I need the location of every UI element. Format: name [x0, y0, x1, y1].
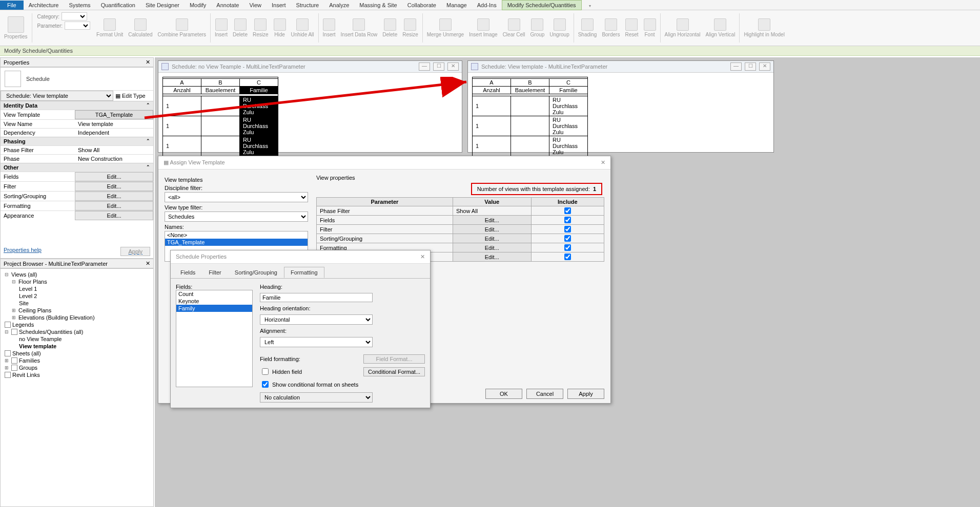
menu-annotate[interactable]: Annotate — [211, 1, 244, 10]
ribbon-combine-params[interactable]: Combine Parameters — [156, 11, 208, 45]
vt-node[interactable]: View template — [19, 343, 56, 349]
properties-close-icon[interactable]: ✕ — [146, 59, 150, 66]
browser-close-icon[interactable]: ✕ — [146, 260, 150, 267]
schedule-table-vt[interactable]: ABCAnzahlBauelementFamilie1RU Durchlass … — [472, 77, 588, 156]
families-node[interactable]: Families — [19, 357, 40, 364]
ribbon-insert-image[interactable]: Insert Image — [467, 11, 500, 45]
ribbon-align-vertical[interactable]: Align Vertical — [704, 11, 738, 45]
menu-collaborate[interactable]: Collaborate — [402, 1, 441, 10]
revit-links-node[interactable]: Revit Links — [12, 372, 40, 378]
field-count[interactable]: Count — [176, 290, 252, 298]
instance-selector[interactable]: Schedule: View template — [1, 91, 113, 101]
schedule-window-vt[interactable]: Schedule: View template - MultiLineTextP… — [467, 60, 774, 153]
cancel-button[interactable]: Cancel — [526, 389, 563, 399]
filter-edit-button[interactable]: Edit... — [75, 182, 153, 191]
group-other[interactable]: Other⌃ — [1, 163, 153, 172]
menu-architecture[interactable]: Architecture — [24, 1, 64, 10]
phase-filter-value[interactable]: Show All — [75, 146, 153, 154]
ribbon-delete-col[interactable]: Delete — [231, 11, 250, 45]
category-select[interactable] — [62, 12, 87, 20]
edit-type-button[interactable]: ▦Edit Type — [113, 93, 148, 99]
site-node[interactable]: Site — [19, 300, 29, 306]
views-node[interactable]: Views (all) — [11, 271, 37, 278]
ribbon-highlight-model[interactable]: Highlight in Model — [742, 11, 787, 45]
phase-value[interactable]: New Construction — [75, 155, 153, 163]
appearance-edit-button[interactable]: Edit... — [75, 211, 153, 220]
properties-help-link[interactable]: Properties help — [4, 247, 42, 256]
view-template-value[interactable]: TGA_Template — [75, 110, 153, 119]
ceiling-node[interactable]: Ceiling Plans — [18, 307, 51, 313]
heading-input[interactable] — [260, 293, 373, 302]
ribbon-calculated[interactable]: Calculated — [126, 11, 154, 45]
conditional-format-button[interactable]: Conditional Format... — [363, 367, 425, 376]
show-conditional-checkbox[interactable] — [262, 381, 269, 388]
tab-filter[interactable]: Filter — [202, 267, 228, 278]
ribbon-align-horizontal[interactable]: Align Horizontal — [663, 11, 703, 45]
close-button[interactable]: ✕ — [447, 62, 459, 71]
menu-insert[interactable]: Insert — [267, 1, 291, 10]
ribbon-insert-col[interactable]: Insert — [213, 11, 230, 45]
ribbon-properties-button[interactable]: Properties — [2, 11, 30, 45]
groups-node[interactable]: Groups — [19, 365, 37, 371]
level1-node[interactable]: Level 1 — [19, 286, 37, 292]
names-item-none[interactable]: <None> — [165, 231, 308, 239]
field-keynote[interactable]: Keynote — [176, 298, 252, 305]
sorting-edit-button[interactable]: Edit... — [75, 192, 153, 201]
alignment-select[interactable]: Left — [260, 337, 373, 347]
ribbon-merge[interactable]: Merge Unmerge — [425, 11, 466, 45]
field-family[interactable]: Family — [176, 305, 252, 312]
level2-node[interactable]: Level 2 — [19, 293, 37, 299]
menu-addins[interactable]: Add-Ins — [472, 1, 502, 10]
schedules-node[interactable]: Schedules/Quantities (all) — [19, 329, 83, 335]
minimize-button[interactable]: — — [419, 62, 430, 71]
tab-formatting[interactable]: Formatting — [284, 267, 324, 278]
menu-site-designer[interactable]: Site Designer — [140, 1, 185, 10]
apply-button[interactable]: Apply — [567, 389, 604, 399]
menu-modify-schedule[interactable]: Modify Schedule/Quantities — [502, 0, 582, 10]
schedule-window-novt[interactable]: Schedule: no View Teample - MultiLineTex… — [158, 60, 462, 153]
tab-fields[interactable]: Fields — [174, 267, 202, 278]
ribbon-insert-data-row[interactable]: Insert Data Row — [339, 11, 380, 45]
menu-overflow[interactable] — [582, 1, 596, 10]
ribbon-reset[interactable]: Reset — [623, 11, 640, 45]
menu-modify[interactable]: Modify — [185, 1, 211, 10]
menu-systems[interactable]: Systems — [64, 1, 95, 10]
menu-quantification[interactable]: Quantification — [96, 1, 140, 10]
orientation-select[interactable]: Horizontal — [260, 314, 373, 325]
group-phasing[interactable]: Phasing⌃ — [1, 137, 153, 145]
ribbon-insert-row[interactable]: Insert — [321, 11, 338, 45]
sheets-node[interactable]: Sheets (all) — [12, 350, 41, 356]
menu-file[interactable]: File — [0, 1, 24, 10]
maximize-button[interactable]: ☐ — [745, 62, 756, 71]
ribbon-format-unit[interactable]: Format Unit — [94, 11, 125, 45]
close-button[interactable]: ✕ — [759, 62, 770, 71]
menu-structure[interactable]: Structure — [291, 1, 324, 10]
menu-massing-site[interactable]: Massing & Site — [354, 1, 402, 10]
fields-edit-button[interactable]: Edit... — [75, 172, 153, 181]
ribbon-font[interactable]: Font — [642, 11, 658, 45]
names-item-tga[interactable]: TGA_Template — [165, 239, 308, 246]
view-type-filter-select[interactable]: Schedules — [165, 212, 308, 222]
ribbon-unhide-all[interactable]: Unhide All — [289, 11, 316, 45]
ribbon-borders[interactable]: Borders — [600, 11, 622, 45]
parameter-select[interactable] — [65, 22, 90, 30]
hidden-field-checkbox[interactable] — [262, 368, 269, 375]
ribbon-clear-cell[interactable]: Clear Cell — [501, 11, 527, 45]
ribbon-group[interactable]: Group — [528, 11, 547, 45]
schedule-table-novt[interactable]: ABCAnzahlBauelementFamilie1RU Durchlass … — [162, 77, 278, 156]
maximize-button[interactable]: ☐ — [433, 62, 444, 71]
tab-sorting[interactable]: Sorting/Grouping — [228, 267, 284, 278]
schedule-properties-dialog[interactable]: Schedule Properties ✕ Fields Filter Sort… — [170, 250, 431, 408]
formatting-edit-button[interactable]: Edit... — [75, 201, 153, 210]
apply-button[interactable]: Apply — [120, 247, 150, 256]
dialog-close-icon[interactable]: ✕ — [420, 253, 425, 260]
menu-view[interactable]: View — [244, 1, 267, 10]
ribbon-delete-row[interactable]: Delete — [380, 11, 399, 45]
minimize-button[interactable]: — — [730, 62, 742, 71]
group-identity[interactable]: Identity Data⌃ — [1, 101, 153, 110]
view-name-value[interactable]: View template — [75, 120, 153, 128]
ribbon-resize-row[interactable]: Resize — [400, 11, 420, 45]
legends-node[interactable]: Legends — [12, 322, 34, 328]
ribbon-shading[interactable]: Shading — [576, 11, 599, 45]
ribbon-hide[interactable]: Hide — [272, 11, 288, 45]
